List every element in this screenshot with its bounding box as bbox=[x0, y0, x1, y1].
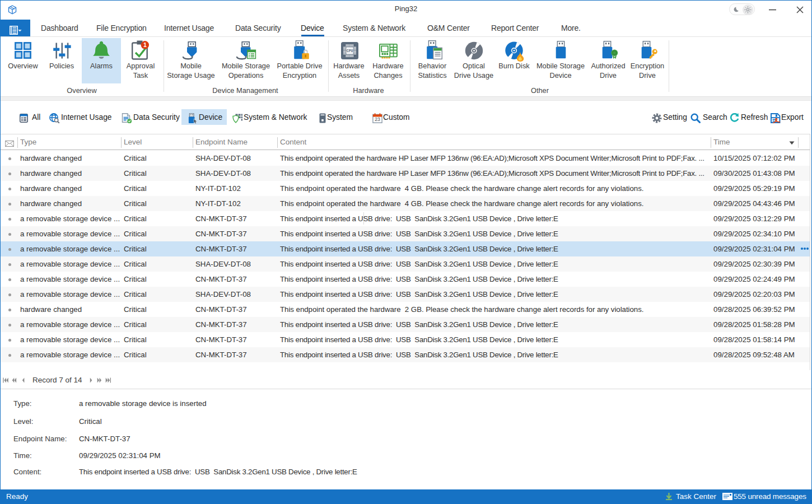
svg-text:CPU: CPU bbox=[347, 49, 353, 53]
svg-text:23: 23 bbox=[375, 116, 380, 122]
svg-text:1: 1 bbox=[143, 41, 147, 48]
